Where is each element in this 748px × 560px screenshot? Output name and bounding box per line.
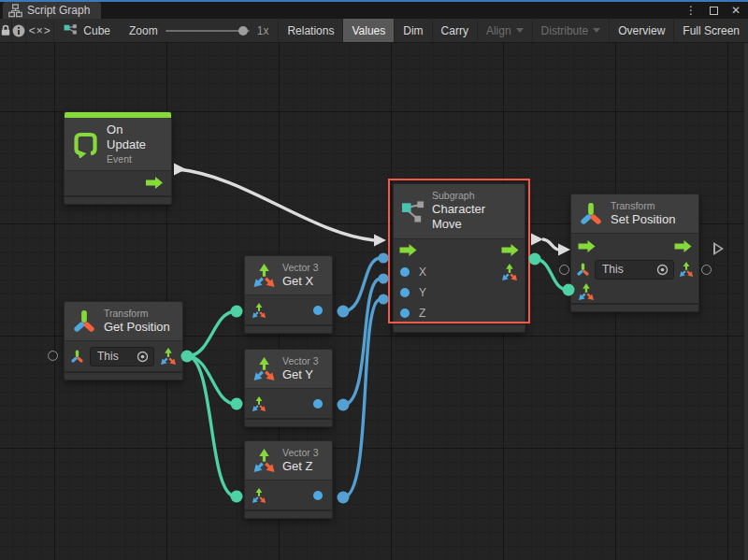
this-field[interactable]: This [595,260,674,280]
value-output-port[interactable] [313,306,323,315]
values-button[interactable]: Values [342,19,394,42]
port-label-z: Z [419,307,425,320]
distribute-button[interactable]: Distribute [532,19,610,42]
node-set-position[interactable]: Transform Set Position This [570,194,699,312]
node-get-z[interactable]: Vector 3 Get Z [244,440,333,519]
vector3-input-port[interactable] [252,303,266,318]
carry-button[interactable]: Carry [432,19,477,42]
zoom-value: 1x [257,24,269,37]
lock-button[interactable] [0,19,12,42]
vector3-output-port[interactable] [501,264,518,280]
info-button[interactable] [12,19,26,42]
relations-button[interactable]: Relations [278,19,342,42]
overview-button[interactable]: Overview [609,19,673,42]
script-graph-window: Script Graph ⋮ ✕ <×> [0,0,748,560]
vector3-input-port[interactable] [578,283,595,300]
tab-script-graph[interactable]: Script Graph [3,2,101,19]
vector3-output-port[interactable] [160,348,177,365]
code-view-button[interactable]: <×> [26,19,54,42]
node-surtitle: Vector 3 [282,262,319,274]
transform-icon [579,202,603,226]
node-footer [571,303,698,311]
wire-getposition-to-gety [187,356,243,410]
toolbar-buttons: Relations Values Dim Carry Align Distrib… [278,19,748,42]
port-label-x: X [419,266,426,279]
value-input-port-y[interactable] [400,288,410,297]
graph-canvas[interactable]: On Update Event Transform Get Position [0,43,748,560]
vertical-scrollbar[interactable] [744,43,748,560]
window-menu-icon[interactable]: ⋮ [685,5,697,16]
node-subtitle: Event [107,153,164,165]
vector3-output-port[interactable] [679,262,694,277]
align-button[interactable]: Align [477,19,532,42]
transform-input-port[interactable] [70,349,84,365]
subgraph-icon [401,199,424,223]
chevron-down-icon [516,28,524,33]
node-surtitle: Transform [611,200,675,212]
node-title: Character Move [432,202,515,233]
node-on-update[interactable]: On Update Event [64,111,172,205]
node-footer [245,510,332,518]
node-footer [245,418,332,426]
dim-button[interactable]: Dim [394,19,431,42]
graph-toolbar: <×> Cube Zoom 1x Relations Values Dim Ca… [0,19,748,43]
wire-getz-to-charactermove-z [338,294,389,504]
zoom-control: Zoom 1x [120,19,278,42]
port-label-y: Y [419,286,426,299]
node-surtitle: Transform [104,308,170,320]
node-character-move[interactable]: Subgraph Character Move X Y Z [393,183,525,333]
node-surtitle: Subgraph [432,190,515,202]
vector3-input-port[interactable] [252,396,266,411]
fullscreen-button[interactable]: Full Screen [673,19,748,42]
node-get-y[interactable]: Vector 3 Get Y [244,349,333,427]
code-icon: <×> [29,24,51,37]
node-title: Get Position [104,320,170,335]
node-footer [394,323,525,332]
info-icon [12,24,25,37]
wire-getposition-to-getx [181,306,243,363]
node-title: Set Position [611,212,675,227]
wire-gety-to-charactermove-y [338,274,389,411]
node-title: Get X [282,274,319,289]
zoom-slider-knob[interactable] [238,26,248,36]
this-field[interactable]: This [90,347,154,366]
flow-input-port[interactable] [399,244,417,256]
zoom-slider[interactable] [165,30,250,32]
node-surtitle: Vector 3 [282,447,319,459]
node-footer [245,324,332,333]
unconnected-output-marker [701,265,712,275]
zoom-label: Zoom [129,24,158,37]
chevron-down-icon [593,28,600,33]
transform-input-port[interactable] [576,262,590,278]
unconnected-flow-marker [714,242,725,255]
target-picker-icon[interactable] [137,351,149,363]
value-output-port[interactable] [313,399,323,409]
value-input-port-z[interactable] [400,309,410,318]
value-output-port[interactable] [313,491,323,500]
unconnected-input-marker [48,351,58,361]
unconnected-input-marker [559,265,569,275]
graph-icon [8,4,22,18]
maximize-icon[interactable] [710,7,718,15]
vector3-icon [252,263,276,288]
node-footer [65,371,182,380]
vector3-input-port[interactable] [252,488,266,503]
target-picker-icon[interactable] [656,264,669,276]
node-footer [65,195,171,204]
tab-title: Script Graph [27,4,90,17]
on-update-icon [72,130,99,158]
graph-target[interactable]: Cube [54,19,120,42]
transform-icon [72,309,96,334]
close-icon[interactable]: ✕ [731,5,741,16]
flow-output-port[interactable] [146,177,163,189]
flow-output-port[interactable] [673,240,693,252]
node-title: Get Y [282,367,319,382]
flow-output-port[interactable] [501,244,519,256]
target-label: Cube [83,24,110,37]
node-get-position[interactable]: Transform Get Position This [64,301,183,381]
flow-input-port[interactable] [577,240,597,252]
node-get-x[interactable]: Vector 3 Get X [244,255,333,334]
value-input-port-x[interactable] [400,267,410,277]
node-title: On Update [107,122,164,153]
lock-icon [0,24,11,36]
